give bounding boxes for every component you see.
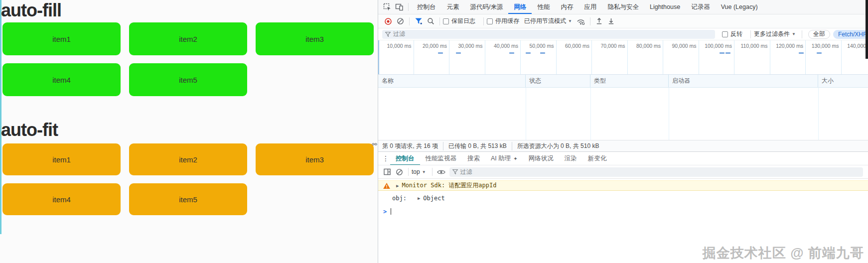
throttling-select[interactable]: 已停用节流模式 ▼ xyxy=(524,17,572,25)
console-object-row[interactable]: obj: ▶ Object xyxy=(378,193,868,203)
filter-pill-all[interactable]: 全部 xyxy=(808,30,830,39)
invert-checkbox[interactable]: 反转 xyxy=(722,30,742,38)
summary-resources: 所选资源大小为 0 B, 共 510 kB xyxy=(512,142,599,150)
disable-cache-checkbox[interactable]: 停用缓存 xyxy=(487,17,519,25)
network-summary-bar: 第 0 项请求, 共 16 项 已传输 0 B, 共 513 kB 所选资源大小… xyxy=(378,140,868,151)
grid-item: item1 xyxy=(2,143,121,175)
column-header-status[interactable]: 状态 xyxy=(526,75,590,88)
tab-elements[interactable]: 元素 xyxy=(441,0,465,14)
console-prompt[interactable]: > xyxy=(378,206,868,217)
drawer-tab-console[interactable]: 控制台 xyxy=(390,151,420,165)
window-edge-strip xyxy=(866,0,868,59)
preserve-log-checkbox[interactable]: 保留日志 xyxy=(443,17,475,25)
tab-network[interactable]: 网络 xyxy=(508,0,532,14)
chevron-down-icon: ▼ xyxy=(792,32,796,36)
column-header-initiator[interactable]: 启动器 xyxy=(669,75,818,88)
live-expression-eye-icon[interactable] xyxy=(435,166,447,178)
clear-console-icon[interactable] xyxy=(393,166,405,178)
invert-label: 反转 xyxy=(730,30,742,38)
grid-item: item5 xyxy=(129,63,247,96)
filter-pill-fetch-xhr[interactable]: Fetch/XHR xyxy=(833,30,868,39)
request-time-marker xyxy=(456,52,461,54)
demo-page: auto-fill item1 item2 item3 item4 item5 … xyxy=(0,0,378,263)
divider xyxy=(750,30,751,38)
grid-item: item1 xyxy=(2,22,121,55)
tab-recorder[interactable]: 记录器 xyxy=(686,0,716,14)
drawer-tabbar: ⋮ 控制台 性能监视器 搜索 AI 助理 ✦ 网络状况 渲染 新变化 xyxy=(378,151,868,165)
watermark: 掘金技术社区 @ 前端九哥 xyxy=(703,244,864,262)
tab-console[interactable]: 控制台 xyxy=(412,0,441,14)
column-divider xyxy=(669,88,669,140)
auto-fit-grid: item1 item2 item3 item4 item5 xyxy=(2,143,376,215)
column-divider xyxy=(818,88,819,140)
clear-network-log-icon[interactable] xyxy=(394,15,406,27)
auto-fill-heading: auto-fill xyxy=(1,0,61,21)
summary-transferred: 已传输 0 B, 共 513 kB xyxy=(443,142,507,150)
checkbox-box[interactable] xyxy=(443,18,449,24)
request-time-marker xyxy=(540,52,545,54)
export-har-icon[interactable] xyxy=(605,15,617,27)
console-toolbar: top ▼ 过滤 xyxy=(378,165,868,179)
device-toolbar-icon[interactable] xyxy=(393,1,405,13)
chevron-down-icon: ▼ xyxy=(422,170,426,174)
tab-vue-legacy[interactable]: Vue (Legacy) xyxy=(716,0,763,14)
drawer-tab-performance-monitor[interactable]: 性能监视器 xyxy=(420,151,462,165)
drawer-tab-changes[interactable]: 新变化 xyxy=(582,151,612,165)
grid-item: item3 xyxy=(256,143,374,175)
warning-text: Monitor Sdk: 请配置应用appId xyxy=(402,181,496,190)
tab-sources[interactable]: 源代码/来源 xyxy=(465,0,509,14)
divider xyxy=(408,168,409,176)
network-timeline-overview[interactable]: 10,000 ms 20,000 ms 30,000 ms 40,000 ms … xyxy=(378,40,868,75)
drawer-tab-network-conditions[interactable]: 网络状况 xyxy=(523,151,559,165)
console-filter-input[interactable]: 过滤 xyxy=(449,167,863,177)
divider xyxy=(590,17,590,25)
column-divider xyxy=(590,88,591,140)
auto-fit-heading: auto-fit xyxy=(1,120,58,140)
divider xyxy=(432,168,433,176)
network-conditions-icon[interactable] xyxy=(575,15,587,27)
drawer-tab-search[interactable]: 搜索 xyxy=(462,151,485,165)
page-left-edge xyxy=(0,0,1,234)
object-key: obj: xyxy=(392,195,407,202)
column-header-size[interactable]: 大小 xyxy=(818,75,868,88)
preserve-log-label: 保留日志 xyxy=(451,17,475,25)
console-sidebar-toggle-icon[interactable] xyxy=(381,166,393,178)
more-filters-dropdown[interactable]: 更多过滤条件 ▼ xyxy=(754,30,796,38)
request-time-marker xyxy=(799,52,804,54)
warning-icon xyxy=(383,183,390,189)
search-icon[interactable] xyxy=(425,15,436,27)
record-network-log-icon[interactable] xyxy=(382,15,394,27)
auto-fill-grid: item1 item2 item3 item4 item5 xyxy=(2,22,376,96)
request-table-body[interactable] xyxy=(378,88,868,140)
filter-icon[interactable] xyxy=(413,15,425,27)
tab-performance[interactable]: 性能 xyxy=(532,0,555,14)
expand-triangle-icon[interactable]: ▶ xyxy=(396,183,399,188)
tab-privacy-security[interactable]: 隐私与安全 xyxy=(602,0,644,14)
divider xyxy=(439,17,440,25)
filter-placeholder: 过滤 xyxy=(393,30,405,38)
timeline-markers xyxy=(378,40,868,75)
grid-item: item4 xyxy=(2,183,121,215)
inspect-element-icon[interactable] xyxy=(381,1,393,13)
more-tools-icon[interactable]: ⋮ xyxy=(381,154,390,162)
tab-lighthouse[interactable]: Lighthouse xyxy=(644,0,686,14)
console-filter-placeholder: 过滤 xyxy=(460,168,472,176)
console-warning-row[interactable]: ▶ Monitor Sdk: 请配置应用appId xyxy=(378,180,868,191)
drawer-tab-rendering[interactable]: 渲染 xyxy=(559,151,582,165)
tab-memory[interactable]: 内存 xyxy=(555,0,579,14)
import-har-icon[interactable] xyxy=(593,15,605,27)
column-header-type[interactable]: 类型 xyxy=(590,75,669,88)
column-header-name[interactable]: 名称 xyxy=(378,75,526,88)
network-filter-input[interactable]: 过滤 xyxy=(382,30,715,39)
context-value: top xyxy=(412,168,420,175)
checkbox-box[interactable] xyxy=(487,18,493,24)
checkbox-box[interactable] xyxy=(722,31,728,37)
expand-triangle-icon[interactable]: ▶ xyxy=(418,196,420,201)
request-time-marker xyxy=(817,52,822,54)
execution-context-select[interactable]: top ▼ xyxy=(412,168,426,175)
tab-application[interactable]: 应用 xyxy=(579,0,602,14)
grid-item: item2 xyxy=(129,22,247,55)
drawer-tab-ai-assistance[interactable]: AI 助理 ✦ xyxy=(485,151,523,165)
devtools-tabbar: 控制台 元素 源代码/来源 网络 性能 内存 应用 隐私与安全 Lighthou… xyxy=(378,0,868,14)
devtools-panel: 控制台 元素 源代码/来源 网络 性能 内存 应用 隐私与安全 Lighthou… xyxy=(378,0,868,263)
